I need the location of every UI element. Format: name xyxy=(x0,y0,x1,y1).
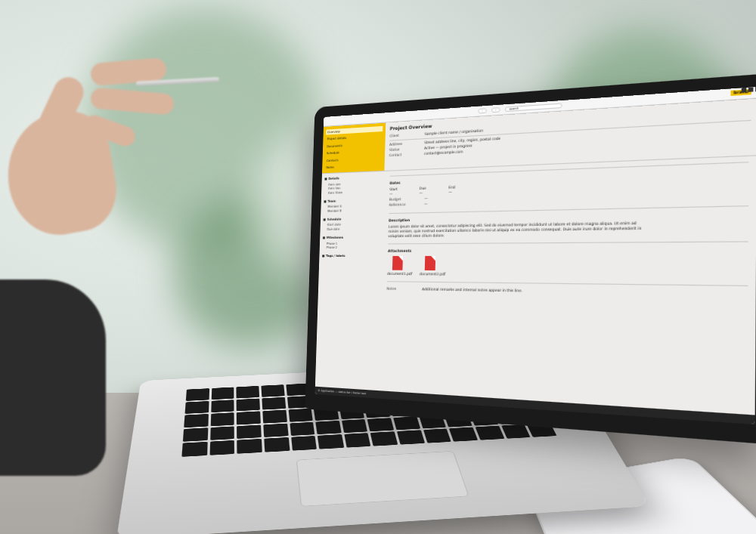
window-icon[interactable] xyxy=(748,87,754,91)
window-icon[interactable] xyxy=(742,88,747,92)
hand-holding-stylus xyxy=(0,23,219,249)
sleeve xyxy=(0,279,106,476)
bg-plant-blur xyxy=(544,30,741,227)
nav-forward-button[interactable]: › xyxy=(491,107,500,113)
bg-window-glare xyxy=(249,106,522,302)
window-controls[interactable] xyxy=(742,87,756,92)
nav-back-button[interactable]: ‹ xyxy=(478,108,487,114)
